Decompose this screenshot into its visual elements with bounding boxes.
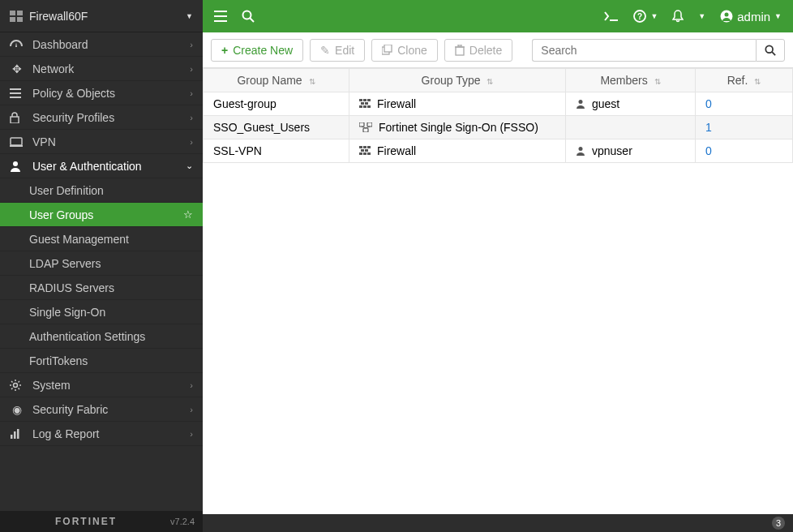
sidebar-item-log-report[interactable]: Log & Report › — [0, 422, 203, 446]
sidebar-item-policy[interactable]: Policy & Objects › — [0, 81, 203, 105]
table-container: Group Name ⇅ Group Type ⇅ Members ⇅ Re — [203, 68, 793, 514]
sort-icon: ⇅ — [309, 77, 315, 86]
notification-icon[interactable]: ▼ — [672, 10, 705, 23]
nav-label: Dashboard — [32, 38, 182, 51]
svg-point-23 — [725, 13, 729, 17]
svg-line-30 — [772, 52, 775, 55]
svg-rect-2 — [10, 17, 15, 22]
table-row[interactable]: SSO_Guest_UsersFortinet Single Sign-On (… — [204, 116, 793, 139]
chevron-right-icon: › — [190, 429, 193, 439]
cell-ref: 0 — [696, 92, 793, 116]
cell-name: Guest-group — [204, 92, 349, 116]
search-button[interactable] — [756, 39, 785, 62]
svg-rect-16 — [214, 20, 227, 22]
count-badge[interactable]: 3 — [772, 517, 785, 530]
col-group-name[interactable]: Group Name ⇅ — [204, 69, 349, 92]
fabric-icon: ◉ — [10, 403, 24, 416]
star-icon[interactable]: ☆ — [183, 208, 193, 221]
brand-label: FORTINET — [8, 516, 164, 527]
sidebar-item-vpn[interactable]: VPN › — [0, 130, 203, 154]
svg-rect-51 — [363, 152, 366, 155]
table-row[interactable]: SSL-VPNFirewallvpnuser0 — [204, 139, 793, 163]
fsso-icon — [359, 122, 372, 132]
type-label: Firewall — [377, 97, 416, 110]
nav-label: Security Profiles — [32, 111, 182, 124]
sort-icon: ⇅ — [654, 77, 661, 86]
ref-link[interactable]: 0 — [705, 144, 712, 157]
svg-rect-46 — [363, 146, 366, 148]
sidebar-item-security-fabric[interactable]: ◉ Security Fabric › — [0, 397, 203, 422]
user-menu[interactable]: admin ▼ — [720, 10, 782, 24]
menu-toggle-icon[interactable] — [214, 11, 227, 22]
sidebar-sub-auth-settings[interactable]: Authentication Settings — [0, 324, 203, 349]
create-new-button[interactable]: + Create New — [211, 39, 303, 62]
search-icon[interactable] — [242, 10, 255, 23]
status-bar: 3 — [203, 514, 793, 532]
device-selector[interactable]: Firewall60F ▼ — [0, 0, 203, 32]
col-ref[interactable]: Ref. ⇅ — [696, 69, 793, 92]
user-icon — [576, 99, 585, 109]
sidebar-sub-user-groups[interactable]: User Groups ☆ — [0, 203, 203, 227]
user-groups-table: Group Name ⇅ Group Type ⇅ Members ⇅ Re — [203, 68, 793, 163]
delete-button[interactable]: Delete — [444, 39, 512, 62]
svg-rect-31 — [359, 99, 362, 101]
network-icon: ✥ — [10, 62, 24, 75]
sidebar-item-system[interactable]: System › — [0, 373, 203, 397]
sidebar-sub-guest-management[interactable]: Guest Management — [0, 227, 203, 251]
sidebar-item-network[interactable]: ✥ Network › — [0, 57, 203, 81]
svg-rect-14 — [214, 11, 227, 12]
svg-rect-6 — [10, 97, 21, 98]
device-icon — [10, 11, 23, 22]
ref-link[interactable]: 0 — [705, 97, 712, 110]
table-row[interactable]: Guest-groupFirewallguest0 — [204, 92, 793, 116]
toolbar: + Create New ✎ Edit Clone Delete — [203, 32, 793, 68]
user-icon — [576, 146, 585, 156]
col-members[interactable]: Members ⇅ — [566, 69, 696, 92]
edit-button[interactable]: ✎ Edit — [310, 39, 365, 62]
sidebar-sub-user-definition[interactable]: User Definition — [0, 178, 203, 203]
chevron-right-icon: › — [190, 137, 193, 147]
svg-point-39 — [579, 100, 583, 104]
svg-point-10 — [14, 383, 18, 387]
sidebar-item-security-profiles[interactable]: Security Profiles › — [0, 105, 203, 130]
svg-rect-34 — [361, 102, 364, 105]
chart-icon — [10, 429, 24, 439]
svg-rect-3 — [17, 17, 23, 22]
sidebar-sub-fortitokens[interactable]: FortiTokens — [0, 349, 203, 373]
chevron-right-icon: › — [190, 380, 193, 390]
svg-rect-4 — [10, 88, 21, 90]
sidebar-sub-ldap[interactable]: LDAP Servers — [0, 251, 203, 276]
svg-rect-32 — [363, 99, 366, 101]
svg-rect-36 — [359, 105, 362, 108]
cell-type: Firewall — [349, 139, 566, 163]
svg-rect-0 — [10, 11, 15, 15]
nav-label: Log & Report — [32, 427, 182, 440]
chevron-right-icon: › — [190, 64, 193, 74]
type-label: Firewall — [377, 144, 416, 157]
clone-button[interactable]: Clone — [371, 39, 438, 62]
nav-list: Dashboard › ✥ Network › Policy & Objects… — [0, 32, 203, 511]
sidebar-sub-sso[interactable]: Single Sign-On — [0, 300, 203, 324]
header-label: Members — [600, 74, 647, 87]
firewall-icon — [359, 146, 371, 156]
svg-rect-7 — [11, 138, 22, 145]
ref-link[interactable]: 1 — [705, 121, 712, 134]
svg-rect-40 — [359, 122, 364, 127]
help-icon[interactable]: ? ▼ — [633, 10, 658, 23]
sort-icon: ⇅ — [487, 77, 493, 86]
nav-label: Network — [32, 62, 182, 75]
nav-sub-label: RADIUS Servers — [29, 281, 193, 294]
member-label: guest — [592, 97, 619, 110]
button-label: Delete — [469, 44, 502, 57]
sidebar-item-user-auth[interactable]: User & Authentication ⌄ — [0, 154, 203, 178]
cli-icon[interactable] — [604, 11, 619, 21]
nav-sub-label: User Groups — [29, 208, 183, 221]
col-group-type[interactable]: Group Type ⇅ — [349, 69, 566, 92]
sidebar-sub-radius[interactable]: RADIUS Servers — [0, 276, 203, 300]
member-label: vpnuser — [592, 144, 632, 157]
search-input[interactable] — [532, 39, 756, 62]
svg-rect-37 — [363, 105, 366, 108]
cell-members — [566, 116, 696, 139]
sidebar-item-dashboard[interactable]: Dashboard › — [0, 32, 203, 57]
topbar: ? ▼ ▼ admin ▼ — [203, 0, 793, 32]
